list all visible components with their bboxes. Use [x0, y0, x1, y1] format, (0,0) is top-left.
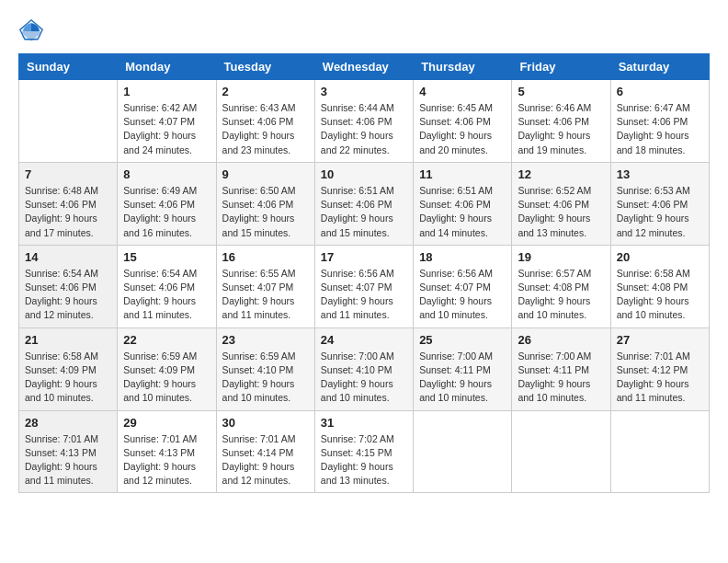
logo-icon	[18, 18, 44, 44]
calendar-cell: 1Sunrise: 6:42 AM Sunset: 4:07 PM Daylig…	[118, 80, 216, 163]
day-number: 14	[25, 250, 111, 264]
day-number: 24	[321, 333, 407, 347]
day-number: 3	[321, 85, 407, 98]
weekday-header-friday: Friday	[512, 54, 610, 80]
day-info: Sunrise: 6:58 AM Sunset: 4:09 PM Dayligh…	[25, 350, 111, 406]
day-number: 4	[419, 85, 506, 98]
day-number: 1	[123, 85, 210, 98]
day-number: 17	[321, 250, 407, 264]
calendar-cell: 19Sunrise: 6:57 AM Sunset: 4:08 PM Dayli…	[512, 245, 610, 327]
day-info: Sunrise: 6:45 AM Sunset: 4:06 PM Dayligh…	[419, 101, 506, 157]
day-info: Sunrise: 6:55 AM Sunset: 4:07 PM Dayligh…	[222, 267, 309, 323]
calendar-week-3: 14Sunrise: 6:54 AM Sunset: 4:06 PM Dayli…	[19, 245, 710, 327]
calendar-cell	[414, 410, 512, 493]
calendar-cell: 10Sunrise: 6:51 AM Sunset: 4:06 PM Dayli…	[314, 162, 413, 245]
calendar-week-4: 21Sunrise: 6:58 AM Sunset: 4:09 PM Dayli…	[19, 327, 710, 410]
day-number: 29	[123, 416, 210, 430]
calendar-cell: 17Sunrise: 6:56 AM Sunset: 4:07 PM Dayli…	[314, 245, 413, 327]
calendar-cell: 8Sunrise: 6:49 AM Sunset: 4:06 PM Daylig…	[118, 162, 216, 245]
day-info: Sunrise: 6:43 AM Sunset: 4:06 PM Dayligh…	[222, 101, 309, 157]
day-info: Sunrise: 6:54 AM Sunset: 4:06 PM Dayligh…	[123, 267, 210, 323]
calendar-cell: 24Sunrise: 7:00 AM Sunset: 4:10 PM Dayli…	[314, 327, 413, 410]
calendar-cell	[512, 410, 610, 493]
day-info: Sunrise: 6:49 AM Sunset: 4:06 PM Dayligh…	[123, 184, 210, 240]
day-info: Sunrise: 6:56 AM Sunset: 4:07 PM Dayligh…	[321, 267, 407, 323]
day-number: 30	[222, 416, 309, 430]
day-info: Sunrise: 6:59 AM Sunset: 4:10 PM Dayligh…	[222, 350, 309, 406]
day-info: Sunrise: 6:51 AM Sunset: 4:06 PM Dayligh…	[321, 184, 407, 240]
weekday-header-saturday: Saturday	[610, 54, 709, 80]
day-info: Sunrise: 6:54 AM Sunset: 4:06 PM Dayligh…	[25, 267, 111, 323]
day-info: Sunrise: 6:50 AM Sunset: 4:06 PM Dayligh…	[222, 184, 309, 240]
calendar-cell: 20Sunrise: 6:58 AM Sunset: 4:08 PM Dayli…	[610, 245, 709, 327]
calendar-cell: 6Sunrise: 6:47 AM Sunset: 4:06 PM Daylig…	[610, 80, 709, 163]
calendar-cell: 21Sunrise: 6:58 AM Sunset: 4:09 PM Dayli…	[19, 327, 118, 410]
weekday-header-monday: Monday	[118, 54, 216, 80]
calendar-cell: 22Sunrise: 6:59 AM Sunset: 4:09 PM Dayli…	[118, 327, 216, 410]
calendar-cell: 27Sunrise: 7:01 AM Sunset: 4:12 PM Dayli…	[610, 327, 709, 410]
weekday-header-tuesday: Tuesday	[216, 54, 314, 80]
calendar-cell: 25Sunrise: 7:00 AM Sunset: 4:11 PM Dayli…	[414, 327, 512, 410]
calendar-cell: 18Sunrise: 6:56 AM Sunset: 4:07 PM Dayli…	[414, 245, 512, 327]
day-number: 19	[518, 250, 604, 264]
calendar-cell: 12Sunrise: 6:52 AM Sunset: 4:06 PM Dayli…	[512, 162, 610, 245]
day-info: Sunrise: 6:53 AM Sunset: 4:06 PM Dayligh…	[617, 184, 703, 240]
day-number: 23	[222, 333, 309, 347]
day-info: Sunrise: 6:46 AM Sunset: 4:06 PM Dayligh…	[518, 101, 604, 157]
weekday-header-thursday: Thursday	[414, 54, 512, 80]
day-number: 28	[25, 416, 111, 430]
day-info: Sunrise: 7:00 AM Sunset: 4:10 PM Dayligh…	[321, 350, 407, 406]
day-info: Sunrise: 6:58 AM Sunset: 4:08 PM Dayligh…	[617, 267, 703, 323]
day-info: Sunrise: 7:00 AM Sunset: 4:11 PM Dayligh…	[518, 350, 604, 406]
day-number: 12	[518, 167, 604, 181]
calendar-header-row: SundayMondayTuesdayWednesdayThursdayFrid…	[19, 54, 710, 80]
calendar-cell: 13Sunrise: 6:53 AM Sunset: 4:06 PM Dayli…	[610, 162, 709, 245]
calendar-week-1: 1Sunrise: 6:42 AM Sunset: 4:07 PM Daylig…	[19, 80, 710, 163]
weekday-header-sunday: Sunday	[19, 54, 118, 80]
calendar-cell	[610, 410, 709, 493]
day-info: Sunrise: 6:56 AM Sunset: 4:07 PM Dayligh…	[419, 267, 506, 323]
page-header	[18, 18, 710, 44]
calendar-cell: 30Sunrise: 7:01 AM Sunset: 4:14 PM Dayli…	[216, 410, 314, 493]
day-info: Sunrise: 6:42 AM Sunset: 4:07 PM Dayligh…	[123, 101, 210, 157]
calendar-cell: 29Sunrise: 7:01 AM Sunset: 4:13 PM Dayli…	[118, 410, 216, 493]
logo	[18, 18, 48, 44]
day-number: 7	[25, 167, 111, 181]
calendar-table: SundayMondayTuesdayWednesdayThursdayFrid…	[18, 53, 710, 493]
calendar-week-5: 28Sunrise: 7:01 AM Sunset: 4:13 PM Dayli…	[19, 410, 710, 493]
day-number: 18	[419, 250, 506, 264]
calendar-cell: 23Sunrise: 6:59 AM Sunset: 4:10 PM Dayli…	[216, 327, 314, 410]
day-number: 2	[222, 85, 309, 98]
day-info: Sunrise: 6:44 AM Sunset: 4:06 PM Dayligh…	[321, 101, 407, 157]
day-info: Sunrise: 6:59 AM Sunset: 4:09 PM Dayligh…	[123, 350, 210, 406]
day-info: Sunrise: 7:01 AM Sunset: 4:13 PM Dayligh…	[123, 432, 210, 488]
day-info: Sunrise: 7:01 AM Sunset: 4:13 PM Dayligh…	[25, 432, 111, 488]
day-info: Sunrise: 6:57 AM Sunset: 4:08 PM Dayligh…	[518, 267, 604, 323]
day-number: 16	[222, 250, 309, 264]
day-number: 26	[518, 333, 604, 347]
calendar-cell: 15Sunrise: 6:54 AM Sunset: 4:06 PM Dayli…	[118, 245, 216, 327]
calendar-cell: 28Sunrise: 7:01 AM Sunset: 4:13 PM Dayli…	[19, 410, 118, 493]
day-number: 27	[617, 333, 703, 347]
calendar-cell: 26Sunrise: 7:00 AM Sunset: 4:11 PM Dayli…	[512, 327, 610, 410]
day-number: 11	[419, 167, 506, 181]
day-info: Sunrise: 7:01 AM Sunset: 4:14 PM Dayligh…	[222, 432, 309, 488]
day-info: Sunrise: 7:02 AM Sunset: 4:15 PM Dayligh…	[321, 432, 407, 488]
day-number: 31	[321, 416, 407, 430]
day-info: Sunrise: 6:47 AM Sunset: 4:06 PM Dayligh…	[617, 101, 703, 157]
day-info: Sunrise: 7:00 AM Sunset: 4:11 PM Dayligh…	[419, 350, 506, 406]
calendar-cell: 3Sunrise: 6:44 AM Sunset: 4:06 PM Daylig…	[314, 80, 413, 163]
calendar-cell: 4Sunrise: 6:45 AM Sunset: 4:06 PM Daylig…	[414, 80, 512, 163]
calendar-cell: 16Sunrise: 6:55 AM Sunset: 4:07 PM Dayli…	[216, 245, 314, 327]
calendar-cell	[19, 80, 118, 163]
calendar-cell: 31Sunrise: 7:02 AM Sunset: 4:15 PM Dayli…	[314, 410, 413, 493]
day-number: 22	[123, 333, 210, 347]
calendar-week-2: 7Sunrise: 6:48 AM Sunset: 4:06 PM Daylig…	[19, 162, 710, 245]
day-number: 8	[123, 167, 210, 181]
day-number: 20	[617, 250, 703, 264]
calendar-cell: 14Sunrise: 6:54 AM Sunset: 4:06 PM Dayli…	[19, 245, 118, 327]
calendar-cell: 9Sunrise: 6:50 AM Sunset: 4:06 PM Daylig…	[216, 162, 314, 245]
weekday-header-wednesday: Wednesday	[314, 54, 413, 80]
day-number: 21	[25, 333, 111, 347]
calendar-cell: 7Sunrise: 6:48 AM Sunset: 4:06 PM Daylig…	[19, 162, 118, 245]
